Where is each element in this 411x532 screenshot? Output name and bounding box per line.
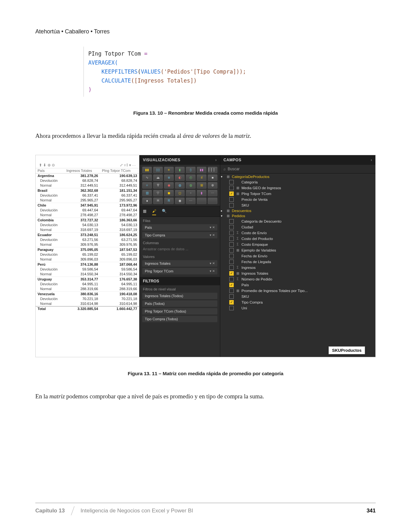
- field-item[interactable]: ▦Ejemplo de Variables: [224, 247, 373, 253]
- checkbox-icon[interactable]: [229, 248, 234, 253]
- table-row[interactable]: Normal310.614,98310.614,98: [36, 301, 139, 306]
- table-row[interactable]: Colombia372.727,32186.363,66: [36, 217, 139, 223]
- checkbox-icon[interactable]: [229, 180, 234, 184]
- field-item[interactable]: ΣCosto de Envío: [224, 230, 373, 236]
- table-row[interactable]: Uruguay353.314,77176.657,38: [36, 277, 139, 282]
- table-row[interactable]: Devolución65.199,0265.199,02: [36, 252, 139, 257]
- table-row[interactable]: Devolución63.271,5663.271,56: [36, 237, 139, 242]
- chevron-right-icon[interactable]: ›: [215, 158, 217, 162]
- table-row[interactable]: Devolución69.447,6469.447,64: [36, 208, 139, 213]
- table-row[interactable]: Normal295.965,27295.965,27: [36, 198, 139, 203]
- checkbox-icon[interactable]: [229, 265, 234, 270]
- well-pais[interactable]: País▾ ✕: [142, 224, 217, 231]
- field-item[interactable]: ΣCosto del Producto: [224, 236, 373, 242]
- table-row[interactable]: Normal312.449,51312.449,51: [36, 183, 139, 188]
- checkbox-icon[interactable]: [229, 277, 234, 281]
- table-row[interactable]: Perú374.136,88187.068,44: [36, 262, 139, 267]
- table-row[interactable]: Devolución59.586,5459.586,54: [36, 267, 139, 272]
- table-row[interactable]: Ecuador373.248,51186.624,25: [36, 232, 139, 237]
- filter-ingresos[interactable]: Ingresos Totales (Todos): [142, 293, 217, 299]
- filter-tipo[interactable]: Tipo Compra (Todos): [142, 316, 217, 322]
- field-item[interactable]: ▦PIng Totpor TCom: [224, 191, 373, 197]
- field-item[interactable]: Precio de Venta: [224, 197, 373, 202]
- columnas-placeholder[interactable]: Arrastrar campos de datos ...: [140, 246, 220, 253]
- remove-icon[interactable]: ▾ ✕: [210, 262, 215, 265]
- checkbox-icon[interactable]: [229, 254, 234, 258]
- checkbox-icon[interactable]: [229, 203, 234, 208]
- field-item[interactable]: Categoría de Descuento: [224, 218, 373, 224]
- table-row[interactable]: Normal309.896,03309.896,03: [36, 257, 139, 262]
- table-row[interactable]: Devolución54.030,1354.030,13: [36, 223, 139, 227]
- table-categoriadeproductos[interactable]: ▦ CategoríaDeProductos: [224, 174, 373, 179]
- format-tab-icon[interactable]: 🖌: [152, 208, 156, 215]
- field-item[interactable]: SKU: [224, 202, 373, 208]
- field-item[interactable]: SKU: [224, 294, 373, 299]
- visualizations-header[interactable]: VISUALIZACIONES ›: [140, 155, 220, 165]
- table-pedidos[interactable]: ▦ Pedidos: [224, 213, 373, 218]
- table-row[interactable]: Venezuela380.836,16190.418,08: [36, 291, 139, 297]
- field-item[interactable]: Ciudad: [224, 224, 373, 230]
- checkbox-icon[interactable]: [229, 242, 234, 247]
- checkbox-icon[interactable]: [229, 260, 234, 264]
- analytics-tab-icon[interactable]: 🔍: [162, 208, 167, 215]
- field-item[interactable]: ΣIngresos: [224, 265, 373, 270]
- field-item[interactable]: ΣNúmero de Pedido: [224, 276, 373, 282]
- checkbox-icon[interactable]: [229, 186, 234, 190]
- col-pais[interactable]: País: [36, 168, 65, 173]
- filter-ping[interactable]: PIng Totpor TCom (Todos): [142, 308, 217, 315]
- table-row[interactable]: Normal314.550,34314.550,34: [36, 272, 139, 277]
- table-row[interactable]: Normal288.319,66288.319,66: [36, 287, 139, 292]
- viz-gallery[interactable]: ▮▮▯▯≡▮▯▮▮▏▏▏ ∿⛰※◐◴ıl■ ⌗∇◉◍◍⊞⊕ ▥▽◼◻▫▮⋯ ∎H…: [140, 165, 220, 206]
- remove-icon[interactable]: ▾ ✕: [210, 269, 215, 273]
- table-row[interactable]: Normal309.976,95309.976,95: [36, 242, 139, 247]
- field-item[interactable]: ▦Promedio de Ingresos Totales por Tipo..…: [224, 288, 373, 294]
- table-row[interactable]: Chile347.945,91173.972,96: [36, 203, 139, 208]
- remove-icon[interactable]: ▾ ✕: [210, 233, 215, 237]
- checkbox-icon[interactable]: [229, 306, 234, 310]
- checkbox-icon[interactable]: [229, 236, 234, 241]
- filters-header[interactable]: FILTROS: [140, 277, 220, 285]
- chevron-right-icon[interactable]: ›: [371, 158, 372, 162]
- table-descuentos[interactable]: ▦ Descuentos: [224, 208, 373, 213]
- checkbox-icon[interactable]: [229, 231, 234, 235]
- checkbox-icon[interactable]: [229, 197, 234, 202]
- table-row[interactable]: Devolución70.221,1870.221,18: [36, 297, 139, 301]
- table-row[interactable]: Normal278.498,27278.498,27: [36, 213, 139, 218]
- table-row[interactable]: Brasil362.302,68181.151,34: [36, 188, 139, 193]
- campos-search[interactable]: ⌕ Buscar: [220, 165, 375, 173]
- field-item[interactable]: País: [224, 282, 373, 288]
- fields-tab-icon[interactable]: ▦: [143, 208, 146, 215]
- table-row[interactable]: Paraguay375.095,05187.547,53: [36, 247, 139, 252]
- checkbox-icon[interactable]: [229, 271, 234, 276]
- drill-icons[interactable]: ⬆ ⬇ ⊕ ⊖: [39, 163, 55, 167]
- checkbox-icon[interactable]: [229, 294, 234, 299]
- checkbox-icon[interactable]: [229, 300, 234, 305]
- field-item[interactable]: Fecha de Envío: [224, 253, 373, 259]
- remove-icon[interactable]: ▾ ✕: [210, 226, 215, 229]
- table-row[interactable]: Devolución68.828,7468.828,74: [36, 178, 139, 183]
- table-row[interactable]: Devolución64.995,1164.995,11: [36, 282, 139, 287]
- field-item[interactable]: ▦Media GEO de Ingresos: [224, 185, 373, 191]
- checkbox-icon[interactable]: [229, 225, 234, 229]
- checkbox-icon[interactable]: [229, 283, 234, 287]
- field-item[interactable]: Fecha de Llegada: [224, 259, 373, 265]
- col-ping[interactable]: PIng Totpor TCom: [100, 168, 139, 173]
- field-item[interactable]: Categoría: [224, 179, 373, 185]
- table-row[interactable]: Devolución66.337,4166.337,41: [36, 193, 139, 198]
- checkbox-icon[interactable]: [229, 219, 234, 224]
- filter-pais[interactable]: País (Todos): [142, 300, 217, 307]
- well-ingresos[interactable]: Ingresos Totales▾ ✕: [142, 260, 217, 267]
- table-row[interactable]: Argentina381.278,26190.639,13: [36, 173, 139, 178]
- checkbox-icon[interactable]: [229, 288, 234, 293]
- field-item[interactable]: ΣCosto Empaque: [224, 242, 373, 247]
- field-item[interactable]: ▦Ingresos Totales: [224, 270, 373, 276]
- well-ping[interactable]: PIng Totpor TCom▾ ✕: [142, 268, 217, 274]
- col-ingresos[interactable]: Ingresos Totales: [65, 168, 100, 173]
- well-tipo[interactable]: Tipo Compra▾ ✕: [142, 232, 217, 238]
- campos-header[interactable]: CAMPOS ›: [220, 155, 375, 165]
- matrix-actions[interactable]: ⤢ ▿ 𝄃 ▾ ⋯: [120, 163, 136, 167]
- format-tabs[interactable]: ▦ 🖌 🔍: [140, 206, 220, 217]
- table-row[interactable]: Normal318.697,19318.697,19: [36, 227, 139, 233]
- field-item[interactable]: Uni: [224, 305, 373, 311]
- checkbox-icon[interactable]: [229, 191, 234, 196]
